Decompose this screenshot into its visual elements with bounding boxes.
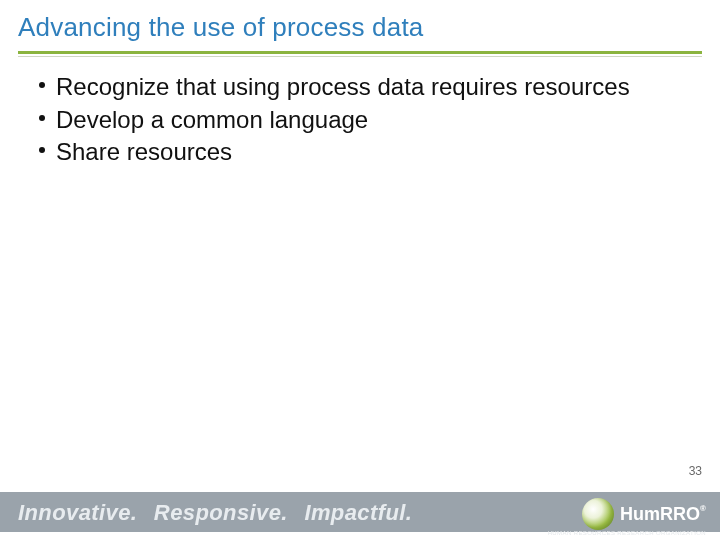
bullet-text: Develop a common language: [56, 105, 692, 136]
logo-subtext: HUMAN RESOURCES RESEARCH ORGANIZATION: [548, 530, 706, 536]
title-underline-thin: [18, 56, 702, 57]
footer-tagline: Innovative. Responsive. Impactful.: [18, 500, 422, 526]
title-block: Advancing the use of process data: [18, 12, 702, 57]
bullet-icon: [28, 105, 56, 121]
tagline-word: Responsive.: [154, 500, 288, 525]
slide-title: Advancing the use of process data: [18, 12, 702, 49]
page-number: 33: [689, 464, 702, 478]
title-underline: [18, 51, 702, 54]
logo-text-secondary: RRO: [660, 504, 700, 524]
bullet-list: Recognize that using process data requir…: [28, 72, 692, 168]
logo-text: HumRRO®: [620, 505, 706, 523]
registered-icon: ®: [700, 504, 706, 513]
logo-globe-icon: [582, 498, 614, 530]
content-area: Recognize that using process data requir…: [28, 72, 692, 170]
list-item: Share resources: [28, 137, 692, 168]
list-item: Recognize that using process data requir…: [28, 72, 692, 103]
tagline-word: Innovative.: [18, 500, 137, 525]
logo-text-primary: Hum: [620, 504, 660, 524]
tagline-word: Impactful.: [304, 500, 412, 525]
footer: Innovative. Responsive. Impactful. HumRR…: [0, 486, 720, 540]
list-item: Develop a common language: [28, 105, 692, 136]
bullet-text: Share resources: [56, 137, 692, 168]
footer-logo: HumRRO®: [582, 498, 706, 530]
bullet-icon: [28, 137, 56, 153]
bullet-icon: [28, 72, 56, 88]
bullet-text: Recognize that using process data requir…: [56, 72, 692, 103]
slide: Advancing the use of process data Recogn…: [0, 0, 720, 540]
